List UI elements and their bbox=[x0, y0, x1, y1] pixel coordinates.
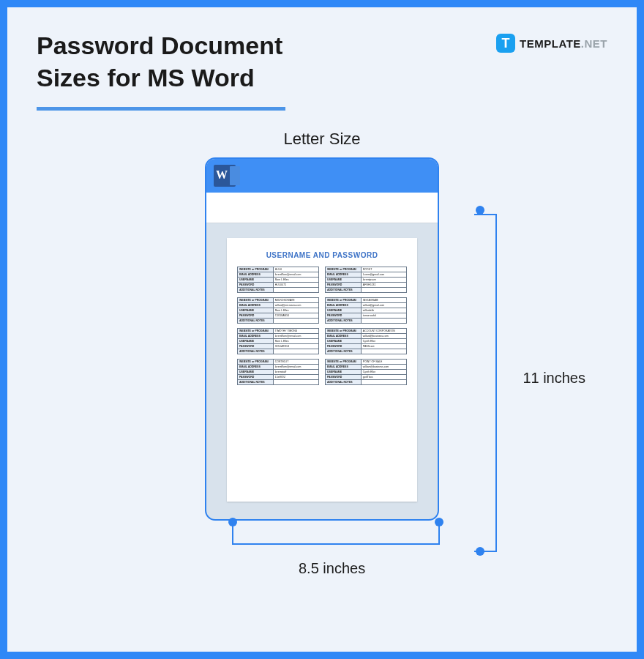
field-value: gotITbos bbox=[361, 375, 406, 380]
field-value: william@business.com bbox=[361, 365, 406, 370]
field-label: EMAIL ADDRESS bbox=[326, 365, 362, 370]
field-value: Lorem@gmail.com bbox=[361, 272, 406, 278]
field-value: willard@gmail.com bbox=[361, 303, 406, 308]
page: USERNAME AND PASSWORD WEBSITE or PROGRAM… bbox=[227, 238, 417, 502]
brand-icon: T bbox=[496, 34, 515, 53]
credential-block: WEBSITE or PROGRAMTIMOTHY TIMONSEMAIL AD… bbox=[237, 328, 319, 354]
field-label: PASSWORD bbox=[238, 283, 274, 288]
field-label: WEBSITE or PROGRAM bbox=[326, 298, 362, 303]
header-row: Password Document Sizes for MS Word T TE… bbox=[37, 29, 607, 111]
width-label: 8.5 inches bbox=[299, 560, 365, 577]
main-frame: Password Document Sizes for MS Word T TE… bbox=[0, 0, 644, 659]
field-label: EMAIL ADDRESS bbox=[238, 303, 274, 308]
field-label: PASSWORD bbox=[238, 313, 274, 319]
field-label: WEBSITE or PROGRAM bbox=[238, 360, 274, 365]
field-value: C1010AN16 bbox=[273, 313, 318, 319]
field-value: loremRom@email.com bbox=[273, 334, 318, 339]
field-value: HULU471 bbox=[273, 283, 318, 288]
field-value: willard@microsow.com bbox=[273, 303, 318, 308]
field-label: EMAIL ADDRESS bbox=[326, 334, 362, 339]
field-value: loremstaff bbox=[273, 370, 318, 375]
field-label: ADDITIONAL NOTES bbox=[238, 319, 274, 324]
field-value: PASScant bbox=[361, 344, 406, 349]
field-value bbox=[361, 380, 406, 385]
field-value bbox=[273, 288, 318, 293]
word-window: W USERNAME AND PASSWORD WEBSITE or PROGR… bbox=[205, 157, 439, 521]
field-value: Rom L Elles bbox=[273, 278, 318, 283]
field-value: ACCOUNT CORPORATION bbox=[361, 329, 406, 334]
titlebar: W bbox=[206, 159, 438, 193]
field-value: Cynth Ellor bbox=[361, 370, 406, 375]
field-label: ADDITIONAL NOTES bbox=[238, 288, 274, 293]
credential-block: WEBSITE or PROGRAMROOSTEMAIL ADDRESSLore… bbox=[325, 267, 407, 293]
field-value: loremRom@email.com bbox=[273, 365, 318, 370]
field-value: AFGH5131 bbox=[361, 283, 406, 288]
field-label: USERNAME bbox=[326, 339, 362, 344]
height-dot-top bbox=[476, 206, 484, 215]
field-value: MICROSOWAVE bbox=[273, 298, 318, 303]
credential-block: WEBSITE or PROGRAMACCOUNT CORPORATIONEMA… bbox=[325, 328, 407, 354]
field-label: WEBSITE or PROGRAM bbox=[326, 267, 362, 272]
field-label: USERNAME bbox=[238, 308, 274, 313]
field-value bbox=[361, 349, 406, 354]
field-label: WEBSITE or PROGRAM bbox=[326, 329, 362, 334]
field-label: WEBSITE or PROGRAM bbox=[238, 267, 274, 272]
tables-grid: WEBSITE or PROGRAMHULUEMAIL ADDRESSlorem… bbox=[237, 267, 407, 385]
brand-text: TEMPLATE.NET bbox=[520, 37, 607, 50]
field-label: ADDITIONAL NOTES bbox=[326, 380, 362, 385]
title-underline bbox=[37, 107, 285, 111]
field-label: PASSWORD bbox=[238, 344, 274, 349]
title-line-2: Sizes for MS Word bbox=[37, 62, 285, 94]
field-label: ADDITIONAL NOTES bbox=[326, 288, 362, 293]
width-bracket bbox=[228, 522, 443, 551]
field-label: PASSWORD bbox=[326, 313, 362, 319]
canvas: USERNAME AND PASSWORD WEBSITE or PROGRAM… bbox=[206, 223, 438, 519]
field-label: USERNAME bbox=[238, 339, 274, 344]
field-value: TIMOTHY TIMONS bbox=[273, 329, 318, 334]
credential-block: WEBSITE or PROGRAMCORTEX.ITEMAIL ADDRESS… bbox=[237, 359, 319, 385]
field-value: ROOST bbox=[361, 267, 406, 272]
word-icon: W bbox=[214, 165, 236, 187]
field-label: PASSWORD bbox=[326, 344, 362, 349]
field-value: 15elfIIOZ bbox=[273, 375, 318, 380]
field-value: willard@business.com bbox=[361, 334, 406, 339]
field-label: USERNAME bbox=[326, 308, 362, 313]
field-label: EMAIL ADDRESS bbox=[326, 272, 362, 278]
field-value: tomorrowlol bbox=[361, 313, 406, 319]
width-dot-left bbox=[228, 518, 237, 526]
height-dot-bottom bbox=[476, 547, 484, 556]
credential-block: WEBSITE or PROGRAMINSTAGRAMEMAIL ADDRESS… bbox=[325, 297, 407, 324]
width-dot-right bbox=[435, 518, 443, 526]
field-value: willardelle bbox=[361, 308, 406, 313]
field-label: ADDITIONAL NOTES bbox=[326, 349, 362, 354]
field-label: WEBSITE or PROGRAM bbox=[238, 298, 274, 303]
field-value: Cynth Ellor bbox=[361, 339, 406, 344]
title-block: Password Document Sizes for MS Word bbox=[37, 29, 285, 111]
brand-main: TEMPLATE bbox=[520, 37, 581, 50]
field-label: USERNAME bbox=[238, 370, 274, 375]
credential-block: WEBSITE or PROGRAMPOINT OF SALEEMAIL ADD… bbox=[325, 359, 407, 385]
stage: W USERNAME AND PASSWORD WEBSITE or PROGR… bbox=[37, 157, 607, 521]
field-label: WEBSITE or PROGRAM bbox=[326, 360, 362, 365]
field-label: USERNAME bbox=[238, 278, 274, 283]
field-label: ADDITIONAL NOTES bbox=[326, 319, 362, 324]
field-value bbox=[361, 288, 406, 293]
credential-block: WEBSITE or PROGRAMHULUEMAIL ADDRESSlorem… bbox=[237, 267, 319, 293]
brand-logo: T TEMPLATE.NET bbox=[496, 29, 607, 53]
field-label: PASSWORD bbox=[326, 283, 362, 288]
field-value bbox=[361, 319, 406, 324]
field-value: GOLIATH13 bbox=[273, 344, 318, 349]
brand-suffix: .NET bbox=[581, 37, 607, 50]
field-value bbox=[273, 380, 318, 385]
field-label: EMAIL ADDRESS bbox=[238, 272, 274, 278]
field-value: Rom L Elles bbox=[273, 339, 318, 344]
field-value: Rom L Elles bbox=[273, 308, 318, 313]
field-label: ADDITIONAL NOTES bbox=[238, 349, 274, 354]
field-value bbox=[273, 349, 318, 354]
ribbon bbox=[206, 193, 438, 223]
field-value: loremRom@email.com bbox=[273, 272, 318, 278]
size-label: Letter Size bbox=[37, 130, 607, 149]
credential-block: WEBSITE or PROGRAMMICROSOWAVEEMAIL ADDRE… bbox=[237, 297, 319, 324]
field-label: ADDITIONAL NOTES bbox=[238, 380, 274, 385]
field-label: WEBSITE or PROGRAM bbox=[238, 329, 274, 334]
